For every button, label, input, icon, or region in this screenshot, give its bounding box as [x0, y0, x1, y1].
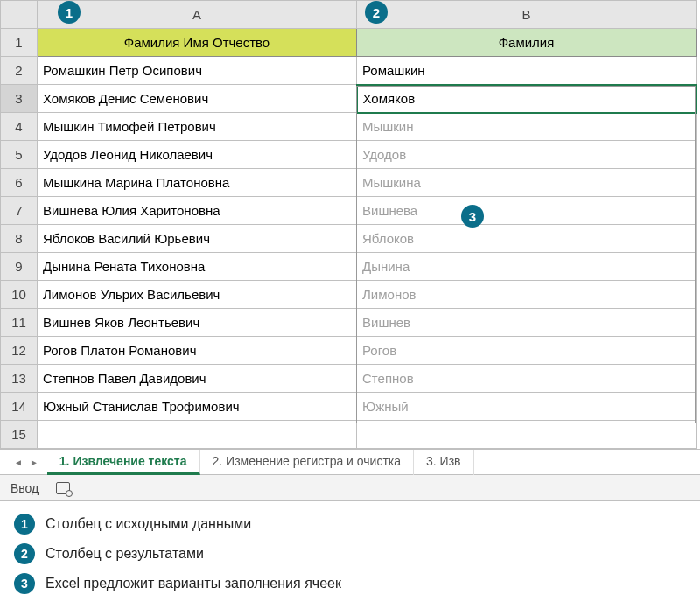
row-header[interactable]: 15 [1, 421, 38, 449]
cell-a[interactable]: Яблоков Василий Юрьевич [38, 225, 357, 253]
cell-b[interactable]: Южный [357, 393, 696, 421]
table-row: 1Фамилия Имя ОтчествоФамилия [1, 29, 696, 57]
legend-badge-2: 2 [14, 543, 35, 564]
status-bar: Ввод [0, 475, 700, 501]
legend-text-2: Столбец с результатами [46, 546, 204, 562]
cell-b[interactable] [357, 421, 696, 449]
cell-a[interactable]: Лимонов Ульрих Васильевич [38, 281, 357, 309]
cell-b[interactable]: Ромашкин [357, 57, 696, 85]
row-header[interactable]: 13 [1, 365, 38, 393]
row-header[interactable]: 4 [1, 113, 38, 141]
row-header[interactable]: 3 [1, 85, 38, 113]
column-header-a[interactable]: A [38, 1, 357, 29]
cell-b[interactable]: Лимонов [357, 281, 696, 309]
tab-nav-arrows[interactable]: ◄ ► [5, 458, 47, 467]
row-header[interactable]: 8 [1, 225, 38, 253]
cell-a[interactable]: Южный Станислав Трофимович [38, 393, 357, 421]
legend-item-1: 1 Столбец с исходными данными [14, 514, 686, 535]
sheet-tab[interactable]: 2. Изменение регистра и очистка [200, 450, 415, 475]
table-row: 14Южный Станислав ТрофимовичЮжный [1, 393, 696, 421]
table-row: 10Лимонов Ульрих ВасильевичЛимонов [1, 281, 696, 309]
sheet-tab[interactable]: 1. Извлечение текста [47, 450, 200, 475]
callout-legend: 1 Столбец с исходными данными 2 Столбец … [0, 501, 700, 594]
table-row: 11Вишнев Яков ЛеонтьевичВишнев [1, 309, 696, 337]
cell-b[interactable]: Мышкина [357, 169, 696, 197]
table-row: 9Дынина Рената ТихоновнаДынина [1, 253, 696, 281]
row-header[interactable]: 7 [1, 197, 38, 225]
cell-a[interactable]: Фамилия Имя Отчество [38, 29, 357, 57]
tab-prev-icon[interactable]: ◄ [14, 458, 23, 467]
table-row: 2Ромашкин Петр ОсиповичРомашкин [1, 57, 696, 85]
table-row: 15 [1, 421, 696, 449]
row-header[interactable]: 10 [1, 281, 38, 309]
cell-b[interactable]: Яблоков [357, 225, 696, 253]
cell-b[interactable]: Фамилия [357, 29, 696, 57]
cell-b[interactable]: Хомяков [357, 85, 696, 113]
cell-a[interactable]: Рогов Платон Романович [38, 337, 357, 365]
cell-b[interactable]: Вишнева [357, 197, 696, 225]
table-row: 3Хомяков Денис СеменовичХомяков [1, 85, 696, 113]
row-header[interactable]: 14 [1, 393, 38, 421]
cell-a[interactable]: Вишнева Юлия Харитоновна [38, 197, 357, 225]
callout-badge-2: 2 [365, 1, 388, 24]
row-header[interactable]: 1 [1, 29, 38, 57]
column-header-b[interactable]: B [357, 1, 696, 29]
row-header[interactable]: 2 [1, 57, 38, 85]
table-row: 8Яблоков Василий ЮрьевичЯблоков [1, 225, 696, 253]
cell-a[interactable]: Мышкина Марина Платоновна [38, 169, 357, 197]
row-header[interactable]: 5 [1, 141, 38, 169]
legend-item-2: 2 Столбец с результатами [14, 543, 686, 564]
cell-b[interactable]: Дынина [357, 253, 696, 281]
table-row: 7Вишнева Юлия ХаритоновнаВишнева [1, 197, 696, 225]
sheet-tab-strip: ◄ ► 1. Извлечение текста2. Изменение рег… [0, 449, 700, 475]
cell-b[interactable]: Удодов [357, 141, 696, 169]
row-header[interactable]: 11 [1, 309, 38, 337]
select-all-corner[interactable] [1, 1, 38, 29]
row-header[interactable]: 9 [1, 253, 38, 281]
cell-b[interactable]: Степнов [357, 365, 696, 393]
table-row: 4Мышкин Тимофей ПетровичМышкин [1, 113, 696, 141]
row-header[interactable]: 12 [1, 337, 38, 365]
callout-badge-3: 3 [461, 205, 484, 228]
cell-b[interactable]: Рогов [357, 337, 696, 365]
cell-a[interactable]: Дынина Рената Тихоновна [38, 253, 357, 281]
macro-record-icon[interactable] [56, 482, 70, 494]
cell-a[interactable]: Мышкин Тимофей Петрович [38, 113, 357, 141]
cell-a[interactable]: Ромашкин Петр Осипович [38, 57, 357, 85]
row-header[interactable]: 6 [1, 169, 38, 197]
cell-b[interactable]: Мышкин [357, 113, 696, 141]
callout-badge-1: 1 [58, 1, 80, 24]
cell-a[interactable]: Степнов Павел Давидович [38, 365, 357, 393]
legend-badge-3: 3 [14, 573, 35, 594]
legend-text-1: Столбец с исходными данными [46, 516, 251, 532]
table-row: 5Удодов Леонид НиколаевичУдодов [1, 141, 696, 169]
cell-a[interactable] [38, 421, 357, 449]
status-mode: Ввод [10, 481, 38, 495]
cell-a[interactable]: Хомяков Денис Семенович [38, 85, 357, 113]
legend-badge-1: 1 [14, 514, 35, 535]
sheet-tab[interactable]: 3. Изв [414, 450, 473, 475]
cell-a[interactable]: Удодов Леонид Николаевич [38, 141, 357, 169]
cell-b[interactable]: Вишнев [357, 309, 696, 337]
legend-item-3: 3 Excel предложит варианты заполнения яч… [14, 573, 686, 594]
table-row: 12Рогов Платон РомановичРогов [1, 337, 696, 365]
cell-a[interactable]: Вишнев Яков Леонтьевич [38, 309, 357, 337]
tab-next-icon[interactable]: ► [30, 458, 38, 467]
legend-text-3: Excel предложит варианты заполнения ячее… [46, 576, 341, 592]
table-row: 6Мышкина Марина ПлатоновнаМышкина [1, 169, 696, 197]
table-row: 13Степнов Павел ДавидовичСтепнов [1, 365, 696, 393]
spreadsheet-grid[interactable]: A B 1Фамилия Имя ОтчествоФамилия2Ромашки… [0, 0, 697, 449]
